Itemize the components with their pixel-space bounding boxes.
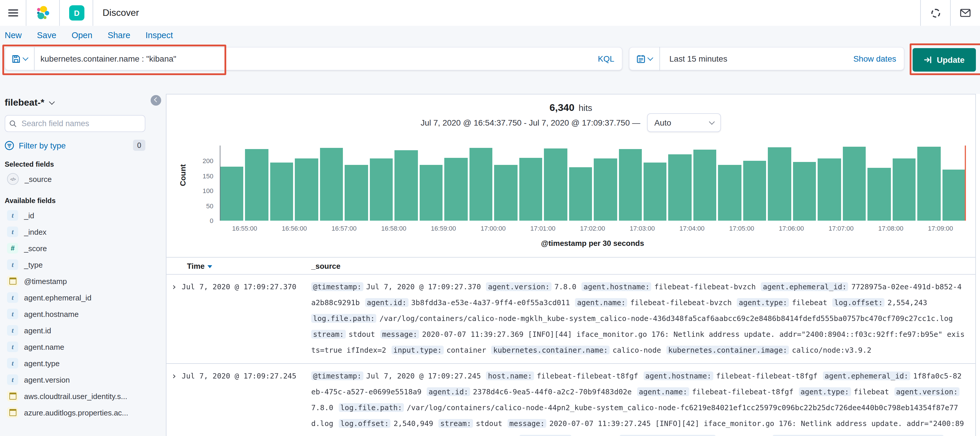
histogram-bar[interactable] [892, 158, 916, 220]
search-icon [10, 120, 17, 128]
histogram-bar[interactable] [594, 158, 617, 220]
x-tick-label: 17:02:00 [580, 225, 605, 232]
histogram-bar[interactable] [619, 149, 642, 220]
field-item-agent.name[interactable]: t agent.name [5, 339, 166, 355]
newsfeed-button[interactable] [951, 0, 980, 26]
header-divider [59, 0, 60, 26]
histogram-bar[interactable] [345, 165, 368, 220]
nav-link-share[interactable]: Share [108, 30, 130, 40]
field-item-@timestamp[interactable]: @timestamp [5, 273, 166, 289]
doc-table-header: Time _source [167, 257, 975, 275]
field-item-_score[interactable]: # _score [5, 240, 166, 256]
interval-value: Auto [654, 118, 671, 127]
field-item-azure.auditlogs.properties.ac...[interactable]: azure.auditlogs.properties.ac... [5, 404, 166, 421]
histogram-bar[interactable] [494, 165, 517, 220]
field-search-input[interactable] [20, 118, 141, 128]
results-panel: 6,340 hits Jul 7, 2020 @ 16:54:37.750 - … [166, 94, 976, 436]
string-field-icon: t [7, 292, 18, 303]
envelope-icon [960, 9, 970, 17]
interval-select[interactable]: Auto [648, 113, 721, 132]
chevron-down-icon [709, 119, 715, 125]
show-dates-button[interactable]: Show dates [853, 54, 904, 63]
histogram-bar[interactable] [245, 149, 269, 220]
expand-row-icon[interactable]: › [172, 279, 182, 295]
saved-query-menu-button[interactable] [5, 47, 35, 70]
field-item-_source[interactable]: </> _source [5, 171, 166, 187]
histogram-bar[interactable] [444, 158, 468, 220]
kql-language-button[interactable]: KQL [598, 54, 622, 63]
histogram-bar[interactable] [370, 158, 393, 220]
field-item-agent.id[interactable]: t agent.id [5, 322, 166, 339]
field-badge: kubernetes.namespace: [619, 435, 715, 436]
histogram-bar[interactable] [694, 150, 716, 220]
histogram-bar[interactable] [220, 167, 243, 220]
histogram-bar[interactable] [569, 167, 592, 220]
y-axis-labels: 050100150200 [183, 145, 216, 220]
help-button[interactable] [921, 0, 950, 26]
histogram-bar[interactable] [519, 158, 542, 220]
histogram-bar[interactable] [942, 169, 965, 220]
nav-link-open[interactable]: Open [72, 30, 92, 40]
x-tick-label: 17:05:00 [729, 225, 754, 232]
field-badge: agent.name: [637, 387, 689, 396]
time-column-header[interactable]: Time [187, 262, 311, 270]
nav-link-save[interactable]: Save [37, 30, 56, 40]
top-nav: NewSaveOpenShareInspect [5, 30, 173, 40]
field-value: filebeat [854, 387, 889, 396]
discover-app-badge[interactable]: D [69, 5, 84, 21]
hits-count: 6,340 [549, 102, 574, 114]
histogram-bar[interactable] [295, 158, 318, 220]
field-name: agent.version [24, 375, 70, 384]
query-strip: NewSaveOpenShareInspect KQL [0, 26, 980, 94]
histogram-bar[interactable] [768, 147, 791, 220]
field-item-agent.ephemeral_id[interactable]: t agent.ephemeral_id [5, 289, 166, 306]
time-end-marker [965, 145, 966, 220]
filter-by-type-button[interactable]: Filter by type [19, 141, 66, 150]
histogram-bar[interactable] [544, 149, 567, 220]
field-value: 3b8fdd3a-e53e-4a37-9ff4-e0f55a3cd011 [411, 298, 570, 307]
nav-link-new[interactable]: New [5, 30, 22, 40]
query-input[interactable] [35, 53, 405, 64]
source-field-icon: </> [7, 173, 19, 185]
histogram-bar[interactable] [867, 168, 891, 220]
expand-row-icon[interactable]: › [172, 368, 182, 384]
x-tick-label: 17:04:00 [679, 225, 705, 232]
histogram-bar[interactable] [818, 158, 841, 220]
index-pattern-switcher[interactable]: filebeat-* [5, 97, 166, 108]
chevron-left-icon [154, 97, 159, 102]
histogram-bar[interactable] [270, 163, 293, 220]
histogram-bar[interactable] [668, 154, 692, 220]
quick-select-time-button[interactable] [629, 47, 660, 70]
histogram-bar[interactable] [718, 165, 741, 220]
field-item-aws.cloudtrail.user_identity.s...[interactable]: aws.cloudtrail.user_identity.s... [5, 388, 166, 404]
histogram-bar[interactable] [469, 148, 492, 220]
field-item-_index[interactable]: t _index [5, 224, 166, 240]
field-item-_type[interactable]: t _type [5, 256, 166, 273]
histogram-bar[interactable] [420, 165, 443, 220]
time-range-display[interactable]: Last 15 minutes [669, 54, 727, 63]
histogram-bar[interactable] [644, 163, 667, 220]
menu-button[interactable] [0, 0, 26, 26]
histogram-bar[interactable] [843, 147, 866, 220]
field-name: agent.id [24, 326, 51, 335]
histogram-bar[interactable] [395, 150, 418, 220]
update-button[interactable]: Update [913, 48, 976, 72]
field-badge: agent.name: [575, 298, 627, 307]
histogram-bar[interactable] [743, 161, 766, 220]
field-item-_id[interactable]: t _id [5, 207, 166, 224]
field-name: azure.auditlogs.properties.ac... [24, 408, 128, 417]
field-value: /var/log/containers/calico-node-mgklh_ku… [380, 314, 953, 323]
nav-link-inspect[interactable]: Inspect [146, 30, 173, 40]
elastic-home-button[interactable] [26, 0, 59, 26]
histogram-bar[interactable] [917, 147, 940, 220]
field-item-agent.version[interactable]: t agent.version [5, 371, 166, 388]
histogram-bar[interactable] [793, 162, 816, 220]
field-item-agent.hostname[interactable]: t agent.hostname [5, 306, 166, 322]
query-bar: KQL [5, 47, 622, 70]
available-fields-list: t _id t _index # _score t _type @timesta… [5, 207, 166, 421]
field-item-agent.type[interactable]: t agent.type [5, 355, 166, 371]
histogram-bar[interactable] [320, 148, 343, 220]
string-field-icon: t [7, 342, 18, 352]
x-tick-label: 17:08:00 [878, 225, 904, 232]
collapse-sidebar-button[interactable] [151, 95, 161, 105]
